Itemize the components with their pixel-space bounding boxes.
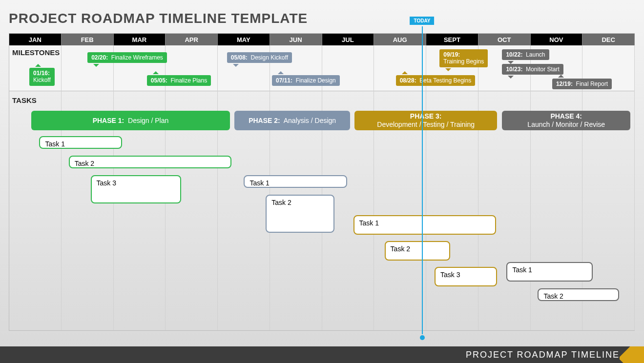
task-bar[interactable]: Task 1 — [39, 136, 122, 149]
milestone[interactable]: 05/05: Finalize Plans — [147, 75, 211, 86]
milestone[interactable]: 02/20: Finalize Wireframes — [87, 52, 167, 63]
month-header: MAR — [114, 34, 166, 45]
grid-column — [478, 45, 531, 330]
task-bar[interactable]: Task 2 — [266, 195, 334, 233]
milestone[interactable]: 09/19:Training Begins — [439, 49, 488, 67]
phase-bar[interactable]: PHASE 4:Launch / Monitor / Revise — [502, 111, 630, 130]
today-marker: TODAY — [422, 26, 423, 334]
grid-column — [9, 45, 62, 330]
footer-accent-icon — [620, 346, 644, 363]
month-header-row: JANFEBMARAPRMAYJUNJULAUGSEPTOCTNOVDEC — [9, 34, 635, 45]
grid-column — [322, 45, 374, 330]
month-header: APR — [166, 34, 218, 45]
task-bar[interactable]: Task 1 — [353, 215, 496, 235]
milestone[interactable]: 10/23: Monitor Start — [502, 64, 563, 75]
footer-bar: PROJECT ROADMAP TIMELINE — [0, 346, 644, 363]
month-header: SEPT — [426, 34, 478, 45]
timeline-chart: JANFEBMARAPRMAYJUNJULAUGSEPTOCTNOVDEC MI… — [9, 33, 635, 331]
footer-title: PROJECT ROADMAP TIMELINE — [466, 350, 620, 360]
month-header: DEC — [582, 34, 635, 45]
task-bar[interactable]: Task 2 — [538, 288, 619, 301]
milestone[interactable]: 10/22: Launch — [502, 49, 549, 60]
task-bar[interactable]: Task 1 — [244, 175, 347, 188]
phase-bar[interactable]: PHASE 1: Design / Plan — [31, 111, 230, 130]
page-title: PROJECT ROADMAP TIMELINE TEMPLATE — [9, 11, 308, 26]
month-header: MAY — [218, 34, 270, 45]
month-header: JAN — [9, 34, 62, 45]
grid-column — [218, 45, 270, 330]
today-dot-icon — [420, 335, 425, 340]
grid-column — [270, 45, 322, 330]
task-bar[interactable]: Task 2 — [69, 156, 231, 168]
month-header: FEB — [62, 34, 114, 45]
month-header: AUG — [374, 34, 426, 45]
task-bar[interactable]: Task 2 — [385, 241, 451, 261]
today-label: TODAY — [410, 17, 435, 25]
task-bar[interactable]: Task 1 — [506, 262, 593, 282]
grid-column — [426, 45, 478, 330]
phase-bar[interactable]: PHASE 2: Analysis / Design — [234, 111, 350, 130]
section-label-tasks: TASKS — [12, 96, 37, 104]
task-bar[interactable]: Task 3 — [91, 175, 182, 203]
month-header: JUL — [322, 34, 374, 45]
section-label-milestones: MILESTONES — [12, 48, 60, 57]
phase-bar[interactable]: PHASE 3:Development / Testing / Training — [354, 111, 497, 130]
milestone[interactable]: 07/11: Finalize Design — [272, 75, 340, 86]
milestone[interactable]: 12/19: Final Report — [552, 79, 612, 89]
milestone[interactable]: 05/08: Design Kickoff — [227, 52, 292, 63]
month-header: OCT — [478, 34, 531, 45]
month-header: NOV — [531, 34, 583, 45]
milestone[interactable]: 01/16:Kickoff — [29, 68, 55, 86]
month-header: JUN — [270, 34, 322, 45]
grid-column — [374, 45, 426, 330]
milestone[interactable]: 08/28: Beta Testing Begins — [396, 75, 476, 86]
task-bar[interactable]: Task 3 — [435, 267, 497, 286]
